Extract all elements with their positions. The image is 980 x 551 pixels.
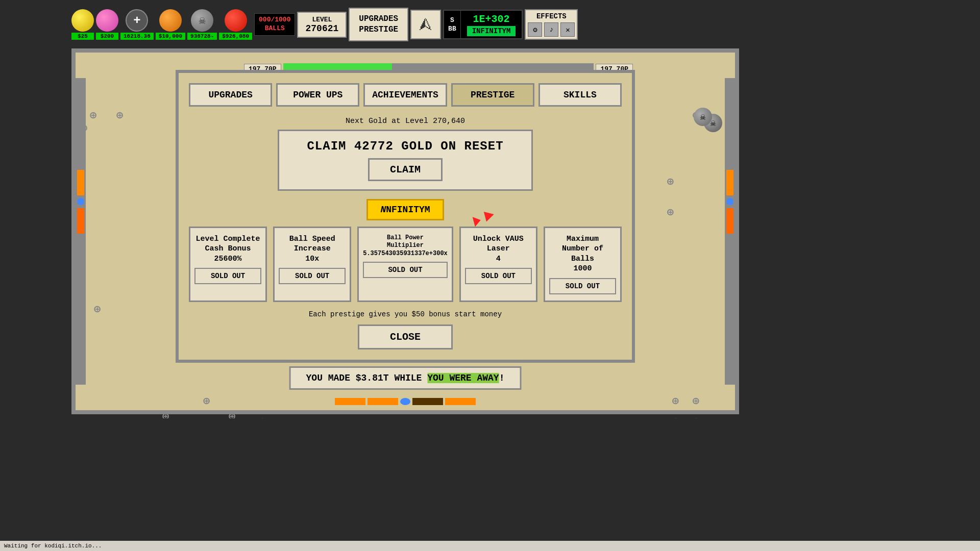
plus-sign-1[interactable]: ⊕ [90, 109, 96, 122]
tab-powerups[interactable]: POWER UPS [276, 83, 359, 107]
bottom-slider-seg-3 [412, 398, 443, 405]
prestige-item-0-btn[interactable]: SOLD OUT [194, 268, 261, 284]
red-ball-price: $926,080 [219, 33, 252, 40]
plus-sign-16[interactable]: ⊕ [693, 415, 699, 418]
top-bar: $25 $200 + 16218.36 $10,000 ☠ 936728- $9… [71, 4, 743, 45]
prestige-item-3: Unlock VAUS Laser 4 SOLD OUT [459, 227, 537, 302]
prestige-bonus-text: Each prestige gives you $50 bonus start … [189, 310, 622, 318]
skull-ball-price: 936728- [187, 33, 217, 40]
pink-ball-btn[interactable]: $200 [96, 9, 118, 40]
prestige-item-2-btn[interactable]: SOLD OUT [363, 262, 448, 278]
prestige-item-2: Ball Power Multiplier 5.357543035931337e… [357, 227, 453, 302]
pink-ball-price: $200 [96, 33, 118, 40]
right-slider-orange-top [726, 170, 733, 195]
currency-value: 1E+302 [473, 13, 510, 25]
prestige-item-1: Ball Speed Increase 10x SOLD OUT [273, 227, 351, 302]
bottom-slider-seg-2 [368, 398, 398, 405]
plus-ball-icon: + [126, 9, 148, 32]
bottom-slider-seg-1 [335, 398, 365, 405]
plus-ball-price: 16218.36 [120, 33, 154, 40]
right-slider-dot [726, 198, 733, 205]
orange-ball-icon [159, 9, 182, 32]
prestige-item-3-btn[interactable]: SOLD OUT [465, 268, 532, 284]
upgrades-prestige-btn[interactable]: UPGRADES PRESTIGE [349, 8, 408, 41]
plus-sign-17[interactable]: ⊕ [672, 415, 679, 418]
plus-sign-15[interactable]: ⊕ [672, 394, 679, 408]
plus-sign-7[interactable]: ⊕ [667, 175, 674, 189]
rank-box[interactable]: ⮙ [410, 10, 441, 39]
yellow-ball-icon [71, 9, 94, 32]
prestige-item-1-name: Ball Speed Increase 10x [279, 234, 346, 264]
plus-sign-10[interactable]: ⊕ [203, 394, 210, 408]
notification-highlight: YOU WERE AWAY [427, 373, 499, 383]
plus-sign-2[interactable]: ⊕ [116, 109, 123, 122]
effects-gear-icon[interactable]: ⚙ [528, 22, 542, 37]
notification-text-end: ! [499, 373, 505, 383]
close-button[interactable]: CLOSE [358, 324, 453, 349]
infinity-label: INFINITYM [467, 26, 516, 36]
board-skull-icon: ☠ [694, 108, 712, 126]
infinity-badge[interactable]: NNFINITYM [366, 199, 444, 220]
tab-skills[interactable]: SKILLS [538, 83, 622, 107]
prestige-item-0-name: Level Complete Cash Bonus 25600% [194, 234, 261, 264]
prestige-modal: UPGRADES POWER UPS ACHIEVEMENTS PRESTIGE… [176, 70, 635, 363]
plus-sign-8[interactable]: ⊕ [667, 206, 674, 219]
effects-sound-icon[interactable]: ♪ [544, 22, 558, 37]
red-ball-icon [225, 9, 247, 32]
currency-labels: S BB [444, 11, 461, 38]
bottom-slider[interactable] [335, 398, 476, 405]
bottom-notification: YOU MADE $3.81T WHILE YOU WERE AWAY! [289, 366, 522, 390]
prestige-item-2-name: Ball Power Multiplier 5.357543035931337e… [363, 234, 448, 258]
prestige-item-1-btn[interactable]: SOLD OUT [279, 268, 346, 284]
currency-box: S BB 1E+302 INFINITYM [443, 10, 523, 39]
skull-ball-icon: ☠ [191, 9, 213, 32]
balls-counter: 000/1000 BALLS [254, 13, 295, 36]
claim-amount: CLAIM 42772 GOLD ON RESET [287, 139, 523, 153]
notification-text-start: YOU MADE $3.81T WHILE [306, 373, 428, 383]
right-slider[interactable] [725, 78, 735, 385]
bottom-slider-dot [400, 398, 410, 405]
tab-achievements[interactable]: ACHIEVEMENTS [363, 83, 447, 107]
orange-ball-btn[interactable]: $10,000 [156, 9, 185, 40]
tab-prestige[interactable]: PRESTIGE [451, 83, 534, 107]
modal-tabs: UPGRADES POWER UPS ACHIEVEMENTS PRESTIGE… [189, 83, 622, 107]
modal-overlay: UPGRADES POWER UPS ACHIEVEMENTS PRESTIGE… [76, 53, 735, 410]
right-slider-orange-bottom [726, 208, 733, 234]
claim-button[interactable]: CLAIM [368, 158, 443, 181]
effects-title: EFFECTS [536, 12, 567, 20]
game-board: 197.70P 197.70P ⊕ ⊕ ⊕ ⊕ ⊕ ⊕ ⊕ ⊕ ⊕ ⊕ ⊕ ⊕ … [71, 48, 739, 414]
effects-box: EFFECTS ⚙ ♪ ✕ [525, 9, 578, 40]
plus-sign-18[interactable]: ⊕ [259, 415, 266, 418]
prestige-item-0: Level Complete Cash Bonus 25600% SOLD OU… [189, 227, 267, 302]
plus-ball-btn[interactable]: + 16218.36 [120, 9, 154, 40]
skull-ball-btn[interactable]: ☠ 936728- [187, 9, 217, 40]
effects-x-icon[interactable]: ✕ [560, 22, 575, 37]
prestige-item-4-name: Maximum Number of Balls 1000 [549, 234, 616, 274]
yellow-ball-btn[interactable]: $25 [71, 9, 94, 40]
gold-claim-section: Next Gold at Level 270,640 CLAIM 42772 G… [189, 117, 622, 191]
plus-sign-14[interactable]: ⊕ [693, 394, 699, 408]
left-slider-orange-bottom [77, 208, 84, 234]
left-slider-orange-top [77, 170, 84, 195]
level-value: 270621 [305, 23, 338, 34]
prestige-items: Level Complete Cash Bonus 25600% SOLD OU… [189, 227, 622, 302]
prestige-item-4: Maximum Number of Balls 1000 SOLD OUT [544, 227, 622, 302]
plus-sign-12[interactable]: ⊕ [162, 410, 169, 418]
tab-upgrades[interactable]: UPGRADES [189, 83, 272, 107]
effects-icons: ⚙ ♪ ✕ [528, 22, 575, 37]
prestige-item-4-btn[interactable]: SOLD OUT [549, 278, 616, 294]
claim-box: CLAIM 42772 GOLD ON RESET CLAIM [278, 130, 533, 191]
left-slider[interactable] [76, 78, 86, 385]
left-slider-dot [77, 198, 84, 205]
plus-sign-9[interactable]: ⊕ [94, 303, 101, 316]
red-ball-btn[interactable]: $926,080 [219, 9, 252, 40]
infinity-badge-label: N [380, 205, 386, 215]
bottom-slider-seg-4 [445, 398, 476, 405]
next-gold-text: Next Gold at Level 270,640 [189, 117, 622, 126]
currency-values: 1E+302 INFINITYM [461, 11, 522, 38]
level-box: LEVEL 270621 [297, 12, 347, 38]
bb-label: BB [448, 25, 456, 33]
pink-ball-icon [96, 9, 118, 32]
yellow-ball-price: $25 [71, 33, 94, 40]
plus-sign-11[interactable]: ⊕ [229, 410, 235, 418]
